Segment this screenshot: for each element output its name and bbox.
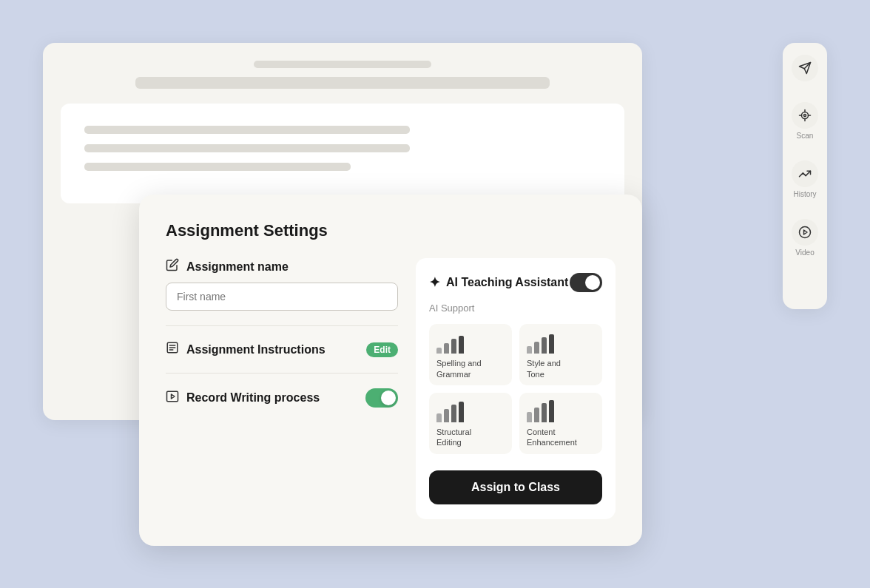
- divider-1: [166, 325, 398, 326]
- ai-cards-grid: Spelling andGrammar Style andTone: [429, 324, 602, 453]
- instructions-label-row: Assignment Instructions Edit: [166, 341, 398, 358]
- play-icon: [166, 390, 179, 407]
- send-icon-circle: [792, 55, 818, 81]
- history-icon-circle: [792, 160, 818, 187]
- record-writing-section: Record Writing process: [166, 388, 398, 408]
- style-tone-chart: [527, 333, 554, 354]
- ai-card-style-tone: Style andTone: [519, 324, 602, 385]
- ai-support-label: AI Support: [429, 303, 602, 314]
- bg-bar-short: [254, 61, 431, 68]
- sparkle-icon: ✦: [429, 274, 440, 291]
- video-label: Video: [795, 249, 814, 257]
- sidebar-item-history[interactable]: History: [792, 160, 818, 198]
- assignment-name-section: Assignment name: [166, 258, 398, 311]
- bar-1: [436, 413, 442, 422]
- record-writing-toggle[interactable]: [365, 388, 398, 408]
- ai-title-text: AI Teaching Assistant: [446, 276, 568, 289]
- spelling-grammar-chart: [436, 333, 464, 354]
- right-sidebar: Scan History Video: [783, 43, 827, 309]
- sidebar-item-send[interactable]: [792, 55, 818, 81]
- ai-card-structural-editing: StructuralEditing: [429, 393, 512, 454]
- modal-body: Assignment name: [166, 258, 616, 518]
- divider-2: [166, 373, 398, 374]
- bar-4: [549, 400, 554, 422]
- bar-2: [444, 409, 449, 422]
- history-label: History: [793, 190, 816, 198]
- toggle-knob: [381, 391, 396, 405]
- send-icon: [798, 61, 812, 75]
- bar-2: [534, 408, 539, 422]
- bar-4: [549, 334, 554, 354]
- ai-teaching-toggle[interactable]: [570, 273, 602, 292]
- svg-rect-14: [167, 391, 178, 402]
- spelling-grammar-label: Spelling andGrammar: [436, 358, 482, 379]
- main-container: Scan History Video Assignment Settings: [43, 43, 827, 546]
- ai-header: ✦ AI Teaching Assistant: [429, 273, 602, 292]
- assignment-name-input[interactable]: [166, 283, 398, 311]
- style-tone-label: Style andTone: [527, 358, 561, 379]
- instructions-label-text: Assignment Instructions: [186, 343, 326, 356]
- ai-card-content-enhancement: ContentEnhancement: [519, 393, 602, 454]
- modal-title: Assignment Settings: [166, 221, 616, 240]
- video-icon-circle: [792, 219, 818, 246]
- ai-card-spelling-grammar: Spelling andGrammar: [429, 324, 512, 385]
- bar-3: [542, 337, 547, 354]
- bar-3: [542, 403, 547, 422]
- bg-top-bar: [61, 61, 624, 89]
- history-icon: [798, 167, 812, 180]
- bg-line-3: [84, 163, 351, 171]
- ai-title-row: ✦ AI Teaching Assistant: [429, 274, 568, 291]
- bar-1: [527, 412, 532, 422]
- bar-4: [459, 336, 464, 354]
- modal-right-panel: ✦ AI Teaching Assistant AI Support: [416, 258, 616, 518]
- scan-label: Scan: [797, 132, 814, 140]
- svg-point-3: [804, 114, 806, 116]
- sidebar-item-scan[interactable]: Scan: [792, 102, 818, 140]
- record-writing-row: Record Writing process: [166, 388, 398, 408]
- bg-line-1: [84, 126, 410, 134]
- content-enhancement-label: ContentEnhancement: [527, 427, 577, 448]
- record-writing-text: Record Writing process: [186, 391, 320, 405]
- bar-1: [527, 346, 532, 354]
- modal-left-panel: Assignment name: [166, 258, 398, 518]
- instructions-label: Assignment Instructions: [166, 341, 326, 358]
- assign-btn-row: Assign to Class: [429, 470, 602, 504]
- bg-line-2: [84, 144, 410, 152]
- bg-inner-card: [61, 104, 624, 203]
- bar-3: [451, 405, 456, 422]
- content-enhancement-chart: [527, 402, 554, 422]
- structural-editing-label: StructuralEditing: [436, 427, 471, 448]
- bar-4: [459, 402, 464, 422]
- assign-to-class-button[interactable]: Assign to Class: [429, 470, 602, 504]
- bg-bar-long: [135, 77, 550, 89]
- sidebar-item-video[interactable]: Video: [792, 219, 818, 257]
- pencil-icon: [166, 258, 179, 275]
- edit-badge[interactable]: Edit: [366, 342, 398, 357]
- assignment-name-label: Assignment name: [166, 258, 398, 275]
- assignment-instructions-section: Assignment Instructions Edit: [166, 341, 398, 358]
- bar-2: [534, 342, 539, 354]
- svg-marker-15: [172, 394, 175, 399]
- svg-point-2: [802, 112, 809, 118]
- structural-editing-chart: [436, 402, 464, 422]
- bar-2: [444, 343, 449, 354]
- svg-marker-9: [804, 230, 808, 234]
- ai-toggle-knob: [585, 275, 600, 290]
- scan-icon: [798, 109, 812, 122]
- bar-1: [436, 348, 442, 354]
- document-icon: [166, 341, 179, 358]
- record-writing-label: Record Writing process: [166, 390, 320, 407]
- scan-icon-circle: [792, 102, 818, 129]
- svg-point-8: [800, 226, 811, 237]
- video-icon: [798, 226, 812, 239]
- assignment-name-text: Assignment name: [186, 260, 289, 274]
- assignment-settings-modal: Assignment Settings Assignment name: [139, 195, 642, 545]
- bar-3: [451, 339, 456, 354]
